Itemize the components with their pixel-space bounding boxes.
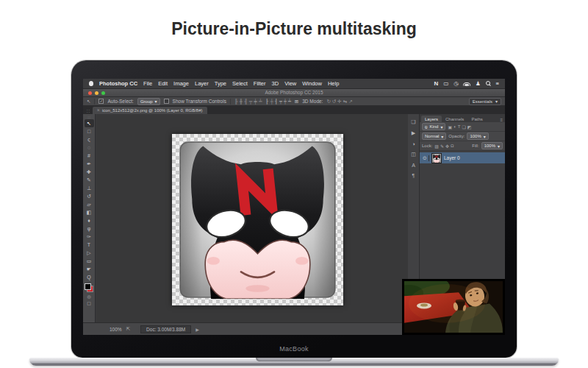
- distribute-middle-icon[interactable]: ┿: [284, 99, 287, 105]
- document-canvas[interactable]: [172, 134, 343, 305]
- gradient-tool[interactable]: ◧: [85, 208, 94, 216]
- zoom-level[interactable]: 100%: [110, 327, 122, 332]
- pen-tool[interactable]: ✑: [85, 233, 94, 241]
- hand-tool[interactable]: ☛: [85, 265, 94, 273]
- 3d-drag-icon[interactable]: ✛: [337, 99, 341, 105]
- shape-tool[interactable]: ▭: [85, 257, 94, 265]
- auto-select-checkbox[interactable]: ✓: [98, 99, 104, 104]
- tab-layers[interactable]: Layers: [421, 116, 442, 122]
- foreground-color-swatch[interactable]: [85, 283, 91, 290]
- menu-item[interactable]: View: [284, 80, 296, 87]
- notification-center-icon[interactable]: ≡: [496, 80, 499, 87]
- workspace-dropdown[interactable]: Essentials ▾: [469, 98, 501, 105]
- layer-thumbnail[interactable]: [431, 153, 442, 163]
- layer-row[interactable]: ⊙ Layer 0: [420, 152, 505, 163]
- panel-character-icon[interactable]: A: [412, 163, 415, 168]
- eraser-tool[interactable]: ▱: [85, 200, 94, 208]
- healing-brush-tool[interactable]: ✚: [85, 168, 94, 176]
- align-horizontal-centers-icon[interactable]: ╫: [240, 99, 243, 104]
- quick-mask-icon[interactable]: ◎: [87, 294, 90, 299]
- menu-item[interactable]: 3D: [272, 80, 279, 87]
- brush-tool[interactable]: ✎: [85, 176, 94, 184]
- menu-item[interactable]: Edit: [158, 80, 168, 87]
- panel-actions-icon[interactable]: ▶: [412, 130, 415, 136]
- move-tool[interactable]: ↖: [85, 119, 94, 127]
- 3d-orbit-icon[interactable]: ↻: [326, 99, 330, 105]
- close-window-button[interactable]: [88, 91, 92, 95]
- distribute-bottom-icon[interactable]: ┷: [288, 99, 291, 105]
- menu-item[interactable]: Select: [232, 80, 248, 87]
- filter-adjustment-layers-icon[interactable]: ◐: [453, 124, 456, 130]
- screen-mode-icon[interactable]: ▢: [87, 300, 91, 305]
- lasso-tool[interactable]: ς: [85, 135, 94, 144]
- blur-tool[interactable]: ♦: [85, 216, 94, 224]
- lock-all-icon[interactable]: Ω: [451, 144, 454, 149]
- fill-dropdown[interactable]: 100% ▾: [481, 142, 503, 149]
- filter-kind-dropdown[interactable]: ϱ Kind ▾: [422, 123, 445, 130]
- path-selection-tool[interactable]: ▷: [85, 249, 94, 257]
- spotlight-search-icon[interactable]: [486, 81, 491, 86]
- app-n-status-icon[interactable]: N: [434, 80, 438, 87]
- canvas-area[interactable]: [96, 114, 408, 322]
- align-left-edges-icon[interactable]: ╟: [234, 99, 238, 104]
- menu-item[interactable]: Type: [215, 80, 226, 87]
- picture-in-picture-window[interactable]: [402, 279, 505, 335]
- menu-item[interactable]: Filter: [254, 80, 266, 87]
- auto-select-target-dropdown[interactable]: Group ▾: [137, 98, 160, 105]
- align-vertical-centers-icon[interactable]: ╪: [254, 99, 257, 104]
- align-right-edges-icon[interactable]: ╢: [244, 99, 248, 104]
- zoom-window-button[interactable]: [101, 91, 105, 95]
- display-mirroring-icon[interactable]: ▭: [443, 80, 448, 87]
- crop-tool[interactable]: #: [85, 152, 94, 160]
- quick-selection-tool[interactable]: ◌: [85, 144, 94, 152]
- panel-paragraph-icon[interactable]: ¶: [412, 173, 415, 178]
- 3d-roll-icon[interactable]: ↺: [332, 99, 336, 105]
- status-options-arrow-icon[interactable]: ▶: [196, 327, 199, 332]
- panel-swatches-icon[interactable]: ❏: [411, 119, 415, 125]
- dodge-tool[interactable]: φ: [85, 224, 94, 233]
- tab-paths[interactable]: Paths: [467, 116, 486, 122]
- blend-mode-dropdown[interactable]: Normal ▾: [422, 132, 446, 140]
- document-tab[interactable]: × icon_512x512@2x.png @ 100% (Layer 0, R…: [93, 107, 207, 114]
- show-transform-checkbox[interactable]: [164, 99, 169, 104]
- clock-icon[interactable]: ◷: [453, 80, 459, 87]
- 3d-scale-icon[interactable]: ↗: [348, 99, 352, 105]
- menu-item[interactable]: Window: [302, 80, 322, 87]
- align-top-edges-icon[interactable]: ╤: [249, 99, 253, 104]
- history-brush-tool[interactable]: ↺: [85, 192, 94, 200]
- menu-item[interactable]: Help: [328, 80, 339, 87]
- apple-menu-icon[interactable]: [89, 81, 93, 86]
- layer-visibility-eye-icon[interactable]: ⊙: [421, 155, 429, 161]
- distribute-left-icon[interactable]: ┠: [266, 99, 269, 105]
- lock-pixels-icon[interactable]: ✎: [440, 144, 444, 149]
- current-tool-icon[interactable]: ↖: [87, 99, 90, 105]
- menu-item[interactable]: Layer: [195, 80, 209, 87]
- clone-stamp-tool[interactable]: ⊥: [85, 184, 94, 192]
- filter-type-layers-icon[interactable]: T: [458, 124, 461, 130]
- menu-item[interactable]: Image: [173, 80, 189, 87]
- zoom-tool[interactable]: Q: [85, 273, 94, 281]
- menu-item[interactable]: File: [143, 80, 152, 87]
- distribute-right-icon[interactable]: ┨: [275, 99, 278, 105]
- filter-shape-layers-icon[interactable]: ❏: [462, 124, 465, 130]
- panel-libraries-icon[interactable]: ◫: [411, 152, 416, 158]
- auto-align-icon[interactable]: ⊞: [295, 99, 298, 105]
- opacity-dropdown[interactable]: 100% ▾: [467, 132, 488, 140]
- close-tab-icon[interactable]: ×: [97, 108, 100, 113]
- distribute-top-icon[interactable]: ┯: [279, 99, 282, 105]
- lock-position-icon[interactable]: ✥: [445, 144, 449, 149]
- export-icon[interactable]: ⇱: [126, 326, 130, 332]
- marquee-tool[interactable]: □: [85, 127, 94, 135]
- eyedropper-tool[interactable]: ✒: [85, 160, 94, 168]
- filter-pixel-layers-icon[interactable]: ▣: [448, 124, 452, 130]
- tab-channels[interactable]: Channels: [442, 116, 467, 122]
- filter-smart-objects-icon[interactable]: ◩: [467, 124, 472, 130]
- 3d-slide-icon[interactable]: ⇆: [343, 99, 347, 105]
- menu-app-name[interactable]: Photoshop CC: [99, 80, 137, 87]
- user-icon[interactable]: ♟: [476, 80, 481, 87]
- type-tool[interactable]: T: [85, 241, 94, 249]
- wifi-icon[interactable]: [464, 81, 470, 86]
- lock-transparency-icon[interactable]: ▨: [434, 144, 439, 149]
- minimize-window-button[interactable]: [95, 91, 98, 95]
- distribute-centers-icon[interactable]: ┼: [270, 99, 274, 105]
